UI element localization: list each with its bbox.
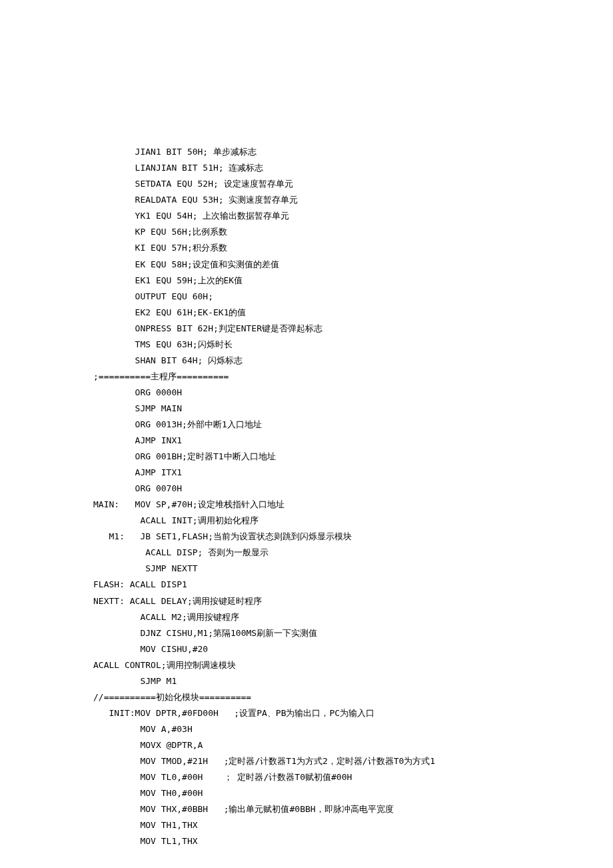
code-line: YK1 EQU 54H; 上次输出数据暂存单元 xyxy=(93,208,520,224)
code-line: SHAN BIT 64H; 闪烁标志 xyxy=(93,353,520,369)
code-line: AJMP INX1 xyxy=(93,433,520,449)
code-line: EK1 EQU 59H;上次的EK值 xyxy=(93,273,520,289)
assembly-code-document: JIAN1 BIT 50H; 单步减标志 LIANJIAN BIT 51H; 连… xyxy=(93,144,520,849)
code-line: KI EQU 57H;积分系数 xyxy=(93,240,520,256)
code-line: MOV CISHU,#20 xyxy=(93,641,520,657)
code-line: MOV TH0,#00H xyxy=(93,785,520,801)
code-line: TMS EQU 63H;闪烁时长 xyxy=(93,337,520,353)
code-line: MOV TL1,THX xyxy=(93,833,520,849)
code-line: AJMP ITX1 xyxy=(93,465,520,481)
code-line: MOV THX,#0BBH ;输出单元赋初值#0BBH，即脉冲高电平宽度 xyxy=(93,801,520,817)
code-line: FLASH: ACALL DISP1 xyxy=(93,577,520,593)
code-line: REALDATA EQU 53H; 实测速度暂存单元 xyxy=(93,192,520,208)
code-line: MOV TMOD,#21H ;定时器/计数器T1为方式2，定时器/计数器T0为方… xyxy=(93,753,520,769)
code-line: MAIN: MOV SP,#70H;设定堆栈指针入口地址 xyxy=(93,497,520,513)
code-line: LIANJIAN BIT 51H; 连减标志 xyxy=(93,160,520,176)
code-line: DJNZ CISHU,M1;第隔100MS刷新一下实测值 xyxy=(93,625,520,641)
code-line: OUTPUT EQU 60H; xyxy=(93,289,520,305)
code-line: MOV TH1,THX xyxy=(93,817,520,833)
code-line: MOV TL0,#00H ； 定时器/计数器T0赋初值#00H xyxy=(93,769,520,785)
code-line: SJMP MAIN xyxy=(93,401,520,417)
code-line: ORG 001BH;定时器T1中断入口地址 xyxy=(93,449,520,465)
code-line: JIAN1 BIT 50H; 单步减标志 xyxy=(93,144,520,160)
code-line: ACALL CONTROL;调用控制调速模块 xyxy=(93,657,520,673)
code-line: MOVX @DPTR,A xyxy=(93,737,520,753)
code-line: SJMP NEXTT xyxy=(93,561,520,577)
code-line: INIT:MOV DPTR,#0FD00H ;设置PA、PB为输出口，PC为输入… xyxy=(93,705,520,721)
code-line: SETDATA EQU 52H; 设定速度暂存单元 xyxy=(93,176,520,192)
code-line: ;==========主程序========== xyxy=(93,369,520,385)
code-line: //==========初始化模块========== xyxy=(93,689,520,705)
code-line: ACALL M2;调用按键程序 xyxy=(93,609,520,625)
code-line: ORG 0070H xyxy=(93,481,520,497)
code-line: EK EQU 58H;设定值和实测值的差值 xyxy=(93,257,520,273)
code-line: ACALL INIT;调用初始化程序 xyxy=(93,513,520,529)
code-line: M1: JB SET1,FLASH;当前为设置状态则跳到闪烁显示模块 xyxy=(93,529,520,545)
code-line: ORG 0000H xyxy=(93,385,520,401)
code-line: MOV A,#03H xyxy=(93,721,520,737)
code-line: ONPRESS BIT 62H;判定ENTER键是否弹起标志 xyxy=(93,321,520,337)
code-line: ACALL DISP; 否则为一般显示 xyxy=(93,545,520,561)
code-line: SJMP M1 xyxy=(93,673,520,689)
code-line: KP EQU 56H;比例系数 xyxy=(93,224,520,240)
code-line: EK2 EQU 61H;EK-EK1的值 xyxy=(93,305,520,321)
code-line: NEXTT: ACALL DELAY;调用按键延时程序 xyxy=(93,593,520,609)
code-line: ORG 0013H;外部中断1入口地址 xyxy=(93,417,520,433)
